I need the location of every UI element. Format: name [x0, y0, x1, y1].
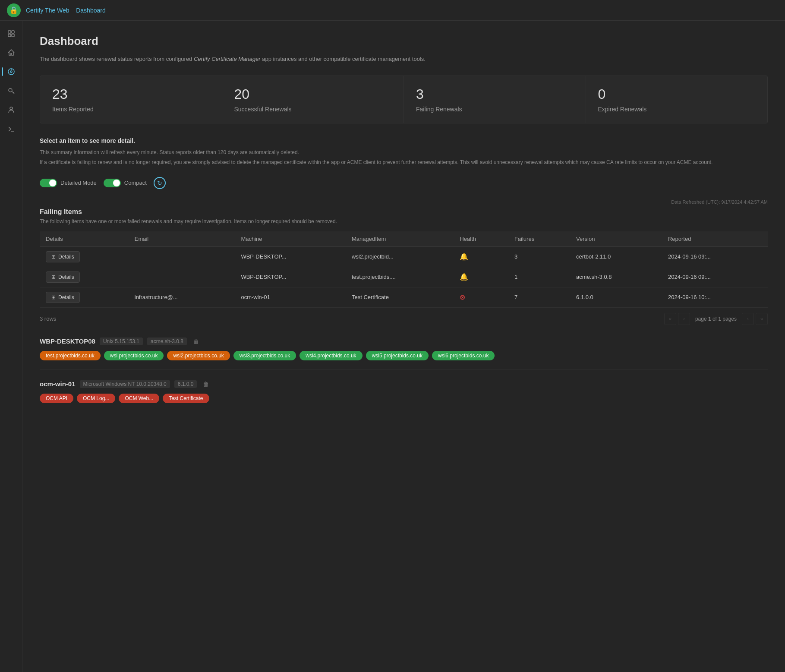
sidebar-item-keys[interactable]	[3, 83, 19, 98]
title-separator: –	[69, 7, 76, 14]
cell-failures-1: 1	[508, 267, 570, 287]
cert-tag-wbp-desktop08-3[interactable]: wsl3.projectbids.co.uk	[233, 351, 296, 360]
pagination-next[interactable]: ›	[742, 313, 754, 325]
cell-email-0	[129, 246, 235, 267]
app-logo: 🔒	[7, 3, 21, 17]
cell-managed-item-1: test.projectbids....	[346, 267, 454, 287]
failing-title: Failing Items	[40, 208, 768, 216]
machine-delete-button-ocm-win-01[interactable]: 🗑	[201, 380, 211, 388]
detailed-mode-toggle[interactable]	[40, 179, 57, 187]
cell-reported-1: 2024-09-16 09:...	[662, 267, 768, 287]
sidebar-item-home[interactable]	[3, 45, 19, 60]
current-page: 1	[708, 316, 711, 322]
section-divider	[40, 369, 768, 369]
compact-toggle-group: Compact	[104, 179, 147, 187]
pagination-first[interactable]: «	[664, 313, 676, 325]
cert-tag-ocm-win-01-1[interactable]: OCM Log...	[77, 394, 115, 403]
stat-card-expired-renewals[interactable]: 0 Expired Renewals	[586, 76, 768, 123]
stat-number-items-reported: 23	[52, 86, 210, 102]
stat-number-failing-renewals: 3	[416, 86, 574, 102]
cell-managed-item-0: wsl2.projectbid...	[346, 246, 454, 267]
cert-tags-wbp-desktop08: test.projectbids.co.ukwsl.projectbids.co…	[40, 351, 768, 360]
table-row: ⊞ DetailsWBP-DESKTOP...wsl2.projectbid..…	[40, 246, 768, 267]
cert-tag-ocm-win-01-2[interactable]: OCM Web...	[119, 394, 159, 403]
svg-point-5	[10, 71, 12, 73]
pagination-row: 3 rows « ‹ page 1 of 1 pages › »	[40, 313, 768, 325]
info-text-1: This summary information will refresh ev…	[40, 148, 768, 157]
stat-card-failing-renewals[interactable]: 3 Failing Renewals	[404, 76, 586, 123]
cert-tag-ocm-win-01-0[interactable]: OCM API	[40, 394, 73, 403]
svg-rect-3	[12, 34, 14, 37]
cell-email-1	[129, 267, 235, 287]
failing-table: Details Email Machine ManagedItem Health…	[40, 231, 768, 308]
error-icon: ⊗	[460, 293, 465, 301]
sidebar-item-users[interactable]	[3, 102, 19, 117]
info-title: Select an item to see more detail.	[40, 137, 768, 144]
stat-label-items-reported: Items Reported	[52, 106, 210, 113]
controls-row: Detailed Mode Compact ↻	[40, 177, 768, 189]
page-name: Dashboard	[76, 7, 106, 14]
col-header-health: Health	[454, 231, 508, 247]
cert-tag-wbp-desktop08-1[interactable]: wsl.projectbids.co.uk	[104, 351, 164, 360]
warning-icon: 🔔	[460, 273, 468, 281]
cell-managed-item-2: Test Certificate	[346, 287, 454, 307]
pagination-controls: « ‹ page 1 of 1 pages › »	[664, 313, 768, 325]
details-button-row-1[interactable]: ⊞ Details	[46, 271, 80, 283]
machine-os-ocm-win-01: Microsoft Windows NT 10.0.20348.0	[80, 380, 170, 388]
compact-label: Compact	[124, 180, 147, 186]
cell-version-2: 6.1.0.0	[570, 287, 662, 307]
total-pages: 1	[718, 316, 721, 322]
description-italic: Certify Certificate Manager	[194, 56, 261, 62]
details-button-row-2[interactable]: ⊞ Details	[46, 292, 80, 303]
page-info: page 1 of 1 pages	[692, 316, 740, 322]
pagination-last[interactable]: »	[756, 313, 768, 325]
sidebar-item-expand[interactable]	[3, 26, 19, 41]
cell-version-0: certbot-2.11.0	[570, 246, 662, 267]
cell-reported-0: 2024-09-16 09:...	[662, 246, 768, 267]
cell-machine-1: WBP-DESKTOP...	[235, 267, 346, 287]
sidebar-item-dashboard[interactable]	[3, 64, 19, 79]
col-header-reported: Reported	[662, 231, 768, 247]
col-header-details: Details	[40, 231, 129, 247]
stat-card-successful-renewals[interactable]: 20 Successful Renewals	[222, 76, 404, 123]
sidebar-item-tools[interactable]	[3, 121, 19, 136]
cell-failures-2: 7	[508, 287, 570, 307]
main-content: Dashboard The dashboard shows renewal st…	[22, 21, 785, 672]
machine-version-wbp-desktop08: acme.sh-3.0.8	[147, 338, 187, 345]
details-button-row-0[interactable]: ⊞ Details	[46, 251, 80, 262]
machine-card-ocm-win-01: ocm-win-01Microsoft Windows NT 10.0.2034…	[40, 380, 768, 403]
svg-rect-2	[8, 34, 11, 37]
failing-section-header: Data Refreshed (UTC): 9/17/2024 4:42:57 …	[40, 199, 768, 205]
machine-delete-button-wbp-desktop08[interactable]: 🗑	[191, 337, 201, 346]
stat-card-items-reported[interactable]: 23 Items Reported	[40, 76, 222, 123]
cert-tag-wbp-desktop08-0[interactable]: test.projectbids.co.uk	[40, 351, 101, 360]
machine-name-ocm-win-01: ocm-win-01	[40, 380, 76, 388]
cert-tag-wbp-desktop08-5[interactable]: wsl5.projectbids.co.uk	[366, 351, 429, 360]
compact-toggle[interactable]	[104, 179, 121, 187]
col-header-machine: Machine	[235, 231, 346, 247]
cert-tag-ocm-win-01-3[interactable]: Test Certificate	[163, 394, 209, 403]
stat-label-expired-renewals: Expired Renewals	[598, 106, 756, 113]
machine-version-ocm-win-01: 6.1.0.0	[174, 380, 197, 388]
svg-rect-1	[12, 31, 14, 33]
cell-health-0: 🔔	[454, 246, 508, 267]
cert-tag-wbp-desktop08-4[interactable]: wsl4.projectbids.co.uk	[299, 351, 362, 360]
row-count: 3 rows	[40, 315, 56, 322]
pagination-prev[interactable]: ‹	[678, 313, 690, 325]
table-header-row: Details Email Machine ManagedItem Health…	[40, 231, 768, 247]
cert-tag-wbp-desktop08-2[interactable]: wsl2.projectbids.co.uk	[167, 351, 230, 360]
cell-health-2: ⊗	[454, 287, 508, 307]
svg-rect-0	[8, 31, 11, 33]
machine-cards-container: WBP-DESKTOP08Unix 5.15.153.1acme.sh-3.0.…	[40, 337, 768, 403]
app-layout: Dashboard The dashboard shows renewal st…	[0, 21, 785, 672]
cert-tag-wbp-desktop08-6[interactable]: wsl6.projectbids.co.uk	[432, 351, 495, 360]
svg-point-7	[9, 88, 12, 92]
warning-icon: 🔔	[460, 253, 468, 260]
col-header-managed-item: ManagedItem	[346, 231, 454, 247]
title-bar: 🔒 Certify The Web – Dashboard	[0, 0, 785, 21]
machine-name-wbp-desktop08: WBP-DESKTOP08	[40, 338, 95, 345]
refresh-button[interactable]: ↻	[154, 177, 166, 189]
detailed-mode-toggle-group: Detailed Mode	[40, 179, 97, 187]
sidebar	[0, 21, 22, 672]
col-header-version: Version	[570, 231, 662, 247]
